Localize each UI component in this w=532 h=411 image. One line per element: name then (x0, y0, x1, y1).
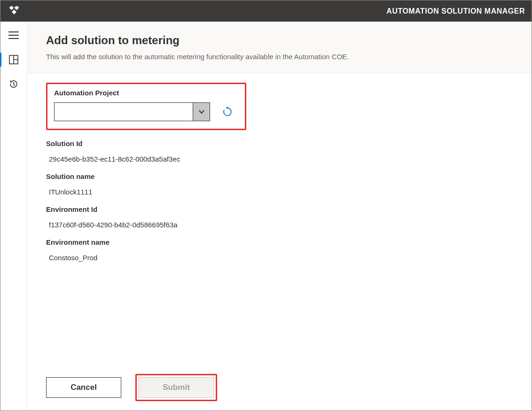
solution-name-label: Solution name (46, 172, 513, 180)
solution-id-label: Solution Id (46, 140, 513, 147)
cancel-button[interactable]: Cancel (46, 377, 121, 398)
page-header: Add solution to metering This will add t… (27, 22, 532, 73)
button-row: Cancel Submit (46, 374, 513, 401)
main-content: Add solution to metering This will add t… (27, 22, 532, 411)
automation-project-value (55, 103, 193, 121)
submit-button[interactable]: Submit (139, 377, 214, 398)
hamburger-icon[interactable] (4, 27, 23, 43)
form: Automation Project (27, 73, 532, 411)
automation-project-label: Automation Project (54, 89, 238, 97)
page-subtitle: This will add the solution to the automa… (46, 53, 513, 61)
top-bar: AUTOMATION SOLUTION MANAGER (0, 0, 532, 22)
svg-rect-0 (9, 6, 14, 10)
refresh-icon[interactable] (221, 106, 234, 118)
sidebar (0, 22, 27, 411)
svg-rect-2 (12, 9, 16, 14)
app-root: AUTOMATION SOLUTION MANAGER (0, 0, 532, 411)
app-logo-icon (7, 4, 21, 18)
submit-highlight: Submit (135, 374, 217, 401)
sidebar-item-dashboard[interactable] (6, 52, 22, 68)
automation-project-dropdown[interactable] (54, 102, 210, 121)
sidebar-item-history[interactable] (6, 76, 22, 92)
chevron-down-icon[interactable] (193, 103, 210, 121)
app-title: AUTOMATION SOLUTION MANAGER (386, 7, 525, 16)
solution-name-value: ITUnlock1111 (49, 188, 513, 196)
svg-line-10 (14, 85, 15, 85)
environment-name-label: Environment name (46, 238, 513, 246)
solution-id-value: 29c45e6b-b352-ec11-8c62-000d3a5af3ec (49, 155, 513, 163)
automation-project-highlight: Automation Project (46, 83, 246, 130)
environment-id-label: Environment Id (46, 205, 513, 213)
environment-id-value: f137c60f-d560-4290-b4b2-0d586695f63a (49, 221, 513, 229)
svg-rect-1 (15, 6, 19, 10)
page-title: Add solution to metering (46, 34, 513, 47)
environment-name-value: Constoso_Prod (49, 254, 513, 262)
